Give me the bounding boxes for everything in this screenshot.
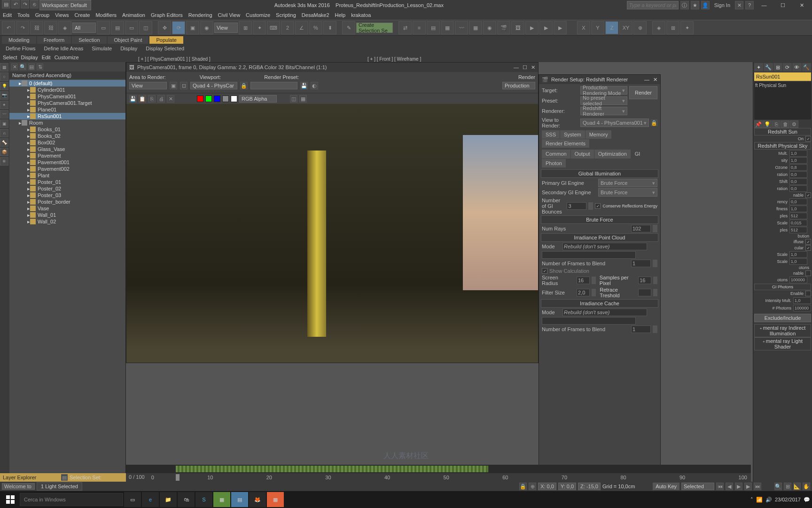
filter-container-icon[interactable]: 📦 (0, 148, 8, 156)
toggle-ribbon-button[interactable]: ▦ (441, 21, 454, 34)
gi-photons-input[interactable] (793, 305, 811, 311)
scene-item[interactable]: ▸Poster_03 (9, 192, 125, 198)
subribbon-simulate[interactable]: Simulate (88, 45, 116, 52)
edge-icon[interactable]: e (142, 492, 159, 507)
retrace-spinner[interactable] (653, 289, 657, 296)
minimize-button[interactable]: — (756, 0, 773, 10)
rs-preset-dropdown[interactable]: No preset selected (580, 96, 627, 105)
ribbon-tab-freeform[interactable]: Freeform (37, 36, 71, 44)
rs-target-dropdown[interactable]: Production Rendering Mode (580, 86, 627, 95)
fb-print-icon[interactable]: 🖨 (157, 95, 165, 103)
ribbon-tab-populate[interactable]: Populate (149, 36, 183, 44)
tray-sound-icon[interactable]: 🔊 (765, 497, 772, 503)
rs-view-dropdown[interactable]: Quad 4 - PhysCamera001 (580, 119, 649, 127)
maximize-button[interactable]: ☐ (774, 0, 791, 10)
play-icon[interactable]: ▶ (735, 483, 742, 490)
unlink-button[interactable]: ⛓ (44, 21, 57, 34)
fb-copy-icon[interactable]: 📋 (139, 95, 146, 103)
abs-mode-icon[interactable]: ⊕ (529, 483, 536, 490)
help-search-input[interactable] (627, 1, 679, 9)
lock-selection-icon[interactable]: 🔒 (519, 483, 527, 490)
subribbon-define-idle-areas[interactable]: Define Idle Areas (40, 45, 87, 52)
filter-helper-icon[interactable]: ✦ (0, 101, 8, 109)
workspace-dropdown[interactable]: Workspace: Default (39, 0, 91, 10)
close-button[interactable]: ✕ (793, 0, 810, 10)
filter-group-icon[interactable]: ▣ (0, 119, 8, 128)
undo-icon[interactable]: ↶ (11, 0, 20, 8)
schematic-button[interactable]: ▦ (469, 21, 482, 34)
spinner-snap-button[interactable]: ⬍ (323, 21, 336, 34)
cmd-util-tab[interactable]: 🔨 (802, 63, 811, 71)
configure-icon[interactable]: ⚙ (790, 120, 798, 128)
param-input[interactable] (789, 206, 807, 212)
param-input[interactable] (789, 258, 807, 265)
filter-space-icon[interactable]: 〰 (0, 110, 8, 119)
bind-button[interactable]: ◈ (58, 21, 71, 34)
goto-start-icon[interactable]: ⏮ (716, 483, 724, 490)
fb-save-image-icon[interactable]: 💾 (129, 95, 137, 103)
maxscript-input[interactable] (2, 483, 35, 490)
signin-link[interactable]: Sign In (711, 2, 733, 8)
align-button[interactable]: ≡ (413, 21, 426, 34)
param-input[interactable] (789, 213, 807, 219)
fb-preset-dropdown[interactable] (250, 82, 297, 89)
select-window-button[interactable]: ◫ (139, 21, 152, 34)
viewport-tab-1[interactable]: [ + ] [ PhysCamera001 ] [ Shaded ] (134, 56, 360, 62)
rs-lock-icon[interactable]: 🔒 (651, 119, 657, 126)
curve-editor-button[interactable]: 〰 (455, 21, 468, 34)
cmd-display-tab[interactable]: 👁 (792, 63, 801, 71)
material-editor-button[interactable]: ◉ (483, 21, 496, 34)
fb-minimize-icon[interactable]: — (514, 64, 519, 70)
zoom-icon[interactable]: 🔍 (774, 483, 782, 490)
pin-stack-icon[interactable]: 📌 (754, 120, 763, 128)
ic-frames-spinner[interactable] (653, 325, 657, 333)
filter-xref-icon[interactable]: ⎌ (0, 129, 8, 137)
radius-spinner[interactable] (592, 277, 596, 284)
store-icon[interactable]: 🛍 (178, 492, 195, 507)
render-button[interactable]: Render (629, 86, 657, 99)
user-icon[interactable]: 👤 (701, 1, 710, 9)
param-input[interactable] (789, 277, 807, 283)
scene-item[interactable]: ▸Pavement (9, 152, 125, 159)
axis-z-button[interactable]: Z (605, 21, 618, 34)
render-iter-button[interactable]: ▶ (539, 21, 553, 34)
coord-z[interactable]: Z: -15,0 (578, 483, 601, 490)
param-input[interactable] (789, 171, 807, 178)
fb-toggle2-icon[interactable]: ▦ (299, 95, 307, 103)
snap-2d-button[interactable]: 2 (281, 21, 294, 34)
sky-rollout-header[interactable]: Redshift Physical Sky (754, 142, 811, 150)
fb-area-dropdown[interactable]: View (129, 82, 167, 89)
filter-cam-icon[interactable]: 📷 (0, 91, 8, 100)
samples-input[interactable] (638, 277, 651, 284)
scene-item[interactable]: ▸Books_01 (9, 126, 125, 133)
subribbon-display[interactable]: Display (117, 45, 141, 52)
conserve-checkbox[interactable]: ✓ (595, 203, 601, 209)
axis-y-button[interactable]: Y (591, 21, 604, 34)
fb-region-icon[interactable]: ▣ (170, 82, 177, 89)
scene-item[interactable]: ▸Room (9, 119, 125, 126)
link-icon[interactable]: ⎋ (30, 0, 39, 8)
coord-y[interactable]: Y: 0,0 (558, 483, 576, 490)
taskbar-search[interactable]: Cerca in Windows (20, 493, 123, 506)
show-result-icon[interactable]: 💡 (763, 120, 772, 128)
fb-lock-icon[interactable]: 🔒 (240, 82, 248, 89)
fb-clone-icon[interactable]: ⎘ (148, 95, 156, 103)
remove-mod-icon[interactable]: 🗑 (781, 120, 789, 128)
menu-edit[interactable]: Edit (3, 12, 12, 18)
placement-button[interactable]: ◉ (200, 21, 213, 34)
rs-tab-sss[interactable]: SSS (542, 130, 560, 139)
info-icon[interactable]: ⓘ (680, 1, 689, 9)
select-object-button[interactable]: ▭ (97, 21, 110, 34)
se-close-icon[interactable]: ✕ (11, 64, 18, 70)
coord-x[interactable]: X: 0,0 (538, 483, 556, 490)
axis-x-button[interactable]: X (577, 21, 590, 34)
app-menu-icon[interactable]: ▤ (2, 0, 10, 8)
filter-geom-icon[interactable]: ▦ (0, 63, 8, 71)
mr-indirect-header[interactable]: + mental ray Indirect Illumination (754, 324, 811, 337)
se-tab-edit[interactable]: Edit (42, 55, 51, 60)
manip-button[interactable]: ✦ (253, 21, 266, 34)
filter-shape-icon[interactable]: ○ (0, 72, 8, 81)
tray-notif-icon[interactable]: 💬 (804, 497, 810, 503)
gi-photons-header[interactable]: GI Photons (754, 284, 811, 290)
misc-tool-3[interactable]: ✦ (680, 21, 694, 34)
